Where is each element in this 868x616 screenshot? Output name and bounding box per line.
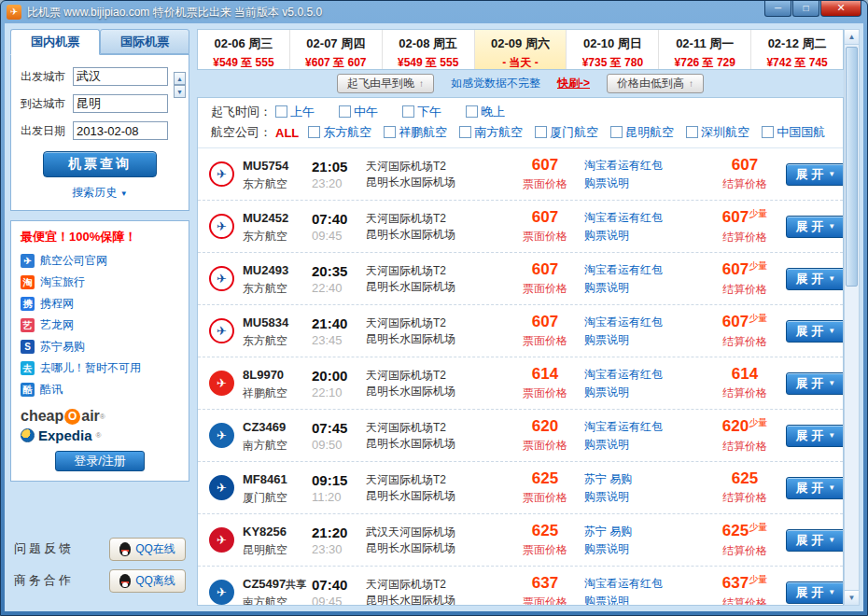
date-tab[interactable]: 02-08 周五 ¥549 至 555 xyxy=(383,30,475,69)
partner-link[interactable]: 酷 酷讯 xyxy=(21,379,179,400)
login-register-button[interactable]: 登录/注册 xyxy=(55,451,145,471)
time-option-label[interactable]: 中午 xyxy=(354,104,378,120)
airline-option-label[interactable]: 昆明航空 xyxy=(625,124,674,141)
purchase-note-link[interactable]: 购票说明 xyxy=(584,436,704,454)
airline-option-label[interactable]: 深圳航空 xyxy=(701,124,749,141)
form-field-input[interactable] xyxy=(73,94,168,113)
channel-link[interactable]: 淘宝看运有红包 xyxy=(584,575,704,593)
partner-link[interactable]: 艺 艺龙网 xyxy=(21,315,179,336)
departure-airport: 武汉天河国际机场 xyxy=(366,525,506,540)
channel-column: 淘宝看运有红包 购票说明 xyxy=(584,366,704,401)
time-checkbox[interactable] xyxy=(339,105,351,118)
airline-option-label[interactable]: 南方航空 xyxy=(474,124,523,141)
settle-price: 625 xyxy=(732,469,758,487)
swap-up-icon[interactable]: ▲ xyxy=(174,72,186,85)
airline-option-label[interactable]: 祥鹏航空 xyxy=(399,124,447,141)
purchase-note-link[interactable]: 购票说明 xyxy=(584,227,704,245)
date-tab[interactable]: 02-10 周日 ¥735 至 780 xyxy=(567,30,659,69)
purchase-note-link[interactable]: 购票说明 xyxy=(584,279,704,297)
expand-button[interactable]: 展 开 ▼ xyxy=(786,425,843,447)
scrollbar-track[interactable] xyxy=(845,45,859,590)
expand-button[interactable]: 展 开 ▼ xyxy=(786,581,843,604)
sort-bar: 起飞由早到晚 ↑ 如感觉数据不完整 快刷-> 价格由低到高 ↑ xyxy=(197,70,844,97)
airline-checkbox[interactable] xyxy=(762,126,774,138)
form-field-input[interactable] xyxy=(73,121,168,140)
date-tab[interactable]: 02-09 周六 - 当天 - xyxy=(475,30,567,69)
airline-checkbox[interactable] xyxy=(459,126,471,138)
quick-refresh-link[interactable]: 快刷-> xyxy=(557,76,590,91)
title-bar[interactable]: ✈ 比机票 www.bijipiao.com 特价机票比出来 当前版本 v5.0… xyxy=(1,1,867,23)
codeshare-tag: 共享 xyxy=(286,579,306,590)
sort-by-time-button[interactable]: 起飞由早到晚 ↑ xyxy=(337,74,434,93)
time-option-label[interactable]: 晚上 xyxy=(481,104,505,120)
vertical-scrollbar[interactable]: ▲ ▼ xyxy=(844,29,860,606)
scroll-down-icon[interactable]: ▼ xyxy=(845,590,859,605)
date-tab[interactable]: 02-07 周四 ¥607 至 607 xyxy=(290,30,383,69)
purchase-note-link[interactable]: 购票说明 xyxy=(584,540,704,558)
purchase-note-link[interactable]: 购票说明 xyxy=(584,175,704,192)
ticket-type-tab[interactable]: 国内机票 xyxy=(10,29,100,55)
airline-checkbox[interactable] xyxy=(308,126,320,138)
search-flights-button[interactable]: 机票查询 xyxy=(43,151,157,177)
swap-cities-control[interactable]: ▲ ▼ xyxy=(174,72,186,98)
time-option-label[interactable]: 下午 xyxy=(417,104,441,120)
airline-checkbox[interactable] xyxy=(535,126,547,138)
scroll-up-icon[interactable]: ▲ xyxy=(845,30,859,45)
flight-number: CZ5497 xyxy=(243,577,286,591)
qq-contact-button[interactable]: QQ离线 xyxy=(109,569,186,593)
time-checkbox[interactable] xyxy=(402,105,414,118)
expedia-logo[interactable]: Expedia ® xyxy=(21,427,179,443)
channel-link[interactable]: 淘宝看运有红包 xyxy=(584,314,704,331)
purchase-note-link[interactable]: 购票说明 xyxy=(584,384,704,401)
airline-checkbox[interactable] xyxy=(384,126,396,138)
close-button[interactable]: ✕ xyxy=(820,1,861,17)
channel-link[interactable]: 淘宝看运有红包 xyxy=(584,366,704,384)
channel-link[interactable]: 淘宝看运有红包 xyxy=(584,209,704,227)
qq-contact-button[interactable]: QQ在线 xyxy=(109,538,186,561)
settle-price-label: 结算价格 xyxy=(704,595,786,605)
partner-link[interactable]: ✈ 航空公司官网 xyxy=(21,250,179,272)
partner-link[interactable]: 去 去哪儿！暂时不可用 xyxy=(21,357,179,379)
partner-link[interactable]: 携 携程网 xyxy=(21,293,179,315)
channel-link[interactable]: 苏宁 易购 xyxy=(584,523,704,540)
date-tab[interactable]: 02-12 周二 ¥742 至 745 xyxy=(751,30,843,69)
expand-button[interactable]: 展 开 ▼ xyxy=(786,268,843,290)
airline-checkbox[interactable] xyxy=(610,126,623,138)
contact-row: 问题反馈 QQ在线 xyxy=(10,533,189,565)
cheapoair-logo[interactable]: cheap O air ® xyxy=(21,408,179,425)
expand-button[interactable]: 展 开 ▼ xyxy=(786,320,843,343)
date-tab[interactable]: 02-11 周一 ¥726 至 729 xyxy=(659,30,751,69)
airline-checkbox[interactable] xyxy=(686,126,698,138)
time-option-label[interactable]: 上午 xyxy=(290,104,315,120)
expand-button[interactable]: 展 开 ▼ xyxy=(786,163,843,186)
expand-button[interactable]: 展 开 ▼ xyxy=(786,529,843,552)
purchase-note-link[interactable]: 购票说明 xyxy=(584,488,704,506)
swap-down-icon[interactable]: ▼ xyxy=(174,85,186,98)
maximize-button[interactable]: □ xyxy=(792,1,819,17)
expand-button[interactable]: 展 开 ▼ xyxy=(786,216,843,238)
airline-option-label[interactable]: 中国国航 xyxy=(777,124,825,141)
expand-button[interactable]: 展 开 ▼ xyxy=(786,477,843,499)
sort-by-price-button[interactable]: 价格由低到高 ↑ xyxy=(607,74,704,93)
search-history-link[interactable]: 搜索历史 ▼ xyxy=(17,185,183,204)
minimize-button[interactable]: ─ xyxy=(764,1,791,17)
channel-link[interactable]: 苏宁 易购 xyxy=(584,470,704,488)
channel-link[interactable]: 淘宝看运有红包 xyxy=(584,261,704,279)
expand-button[interactable]: 展 开 ▼ xyxy=(786,372,843,395)
form-field-input[interactable] xyxy=(73,67,168,86)
scrollbar-thumb[interactable] xyxy=(846,47,858,287)
channel-link[interactable]: 淘宝看运有红包 xyxy=(584,157,704,175)
purchase-note-link[interactable]: 购票说明 xyxy=(584,331,704,349)
channel-link[interactable]: 淘宝看运有红包 xyxy=(584,418,704,436)
settle-price: 614 xyxy=(732,365,758,383)
purchase-note-link[interactable]: 购票说明 xyxy=(584,593,704,606)
airline-all-option[interactable]: ALL xyxy=(275,126,299,140)
airline-option-label[interactable]: 东方航空 xyxy=(323,124,371,141)
time-checkbox[interactable] xyxy=(466,105,478,118)
airline-option-label[interactable]: 厦门航空 xyxy=(550,124,598,141)
partner-link[interactable]: S 苏宁易购 xyxy=(21,336,179,357)
ticket-type-tab[interactable]: 国际机票 xyxy=(100,29,189,54)
date-tab[interactable]: 02-06 周三 ¥549 至 555 xyxy=(198,30,290,69)
time-checkbox[interactable] xyxy=(275,105,287,118)
partner-link[interactable]: 淘 淘宝旅行 xyxy=(21,272,179,293)
